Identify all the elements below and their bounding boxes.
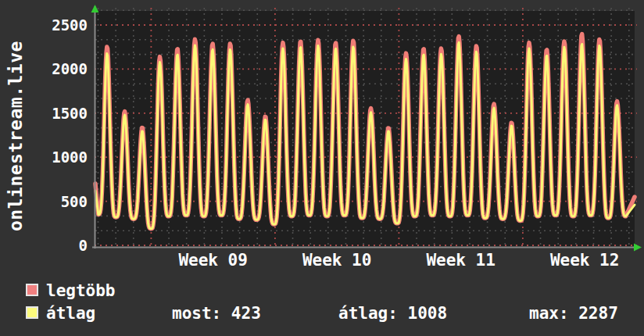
x-axis-arrow-icon: [634, 244, 642, 252]
rrd-graph: 05001000150020002500Week 09Week 10Week 1…: [0, 0, 644, 336]
y-axis-tick-label: 1500: [52, 105, 88, 122]
y-axis-tick-label: 500: [61, 193, 88, 210]
y-axis-tick-label: 2000: [52, 60, 88, 77]
legend-label-average: átlag: [46, 305, 95, 322]
x-axis-week-label: Week 09: [178, 251, 248, 270]
y-axis-tick-label: 0: [79, 237, 88, 254]
x-axis-week-label: Week 10: [302, 251, 372, 270]
stat-most: most: 423: [172, 305, 261, 322]
weekly-traffic-chart: 05001000150020002500Week 09Week 10Week 1…: [0, 0, 644, 278]
stat-atlag: átlag: 1008: [338, 305, 447, 322]
x-axis-week-label: Week 11: [426, 251, 496, 270]
x-axis-week-label: Week 12: [550, 251, 620, 270]
vertical-axis-title: onlinestream.live: [5, 41, 26, 231]
stat-max: max: 2287: [529, 305, 618, 322]
legend-label-max: legtöbb: [46, 282, 116, 299]
y-axis-tick-label: 1000: [52, 148, 88, 166]
y-axis-tick-label: 2500: [52, 16, 88, 34]
legend-swatch-max: [26, 284, 38, 296]
legend-swatch-average: [26, 306, 38, 319]
